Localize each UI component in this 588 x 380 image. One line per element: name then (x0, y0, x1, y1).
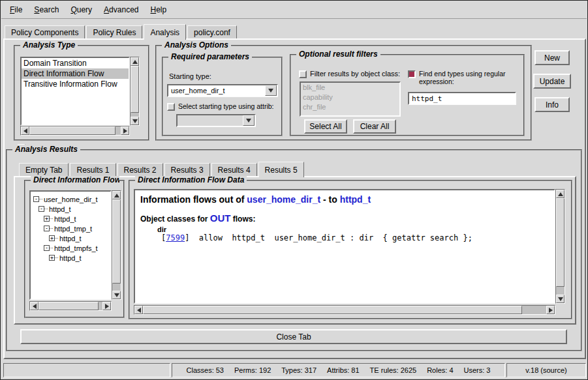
tab-policy-components[interactable]: Policy Components (5, 25, 85, 38)
right-triangle-icon (123, 128, 127, 134)
tree-collapse-icon[interactable]: - (44, 226, 50, 231)
scroll-up-arrow[interactable] (131, 57, 139, 66)
menu-help[interactable]: Help (144, 3, 172, 17)
tab-analysis[interactable]: Analysis (144, 24, 186, 40)
scrollbar-trough[interactable] (556, 198, 565, 295)
select-all-button[interactable]: Select All (304, 119, 347, 134)
horizontal-scrollbar[interactable] (134, 305, 555, 315)
tab-results-1[interactable]: Results 1 (70, 163, 116, 176)
scrollbar-trough[interactable] (143, 306, 546, 314)
heading-source-type: user_home_dir_t (247, 194, 320, 205)
left-triangle-icon (33, 304, 37, 309)
filter-by-class-checkbox[interactable] (299, 70, 307, 78)
tree-expand-icon[interactable]: + (49, 235, 55, 241)
right-triangle-icon (549, 308, 553, 313)
tree-collapse-icon[interactable]: - (44, 245, 50, 251)
tree-node[interactable]: -httpd_tmpfs_t (31, 243, 110, 253)
stat-roles: Roles: 4 (427, 366, 453, 374)
list-item[interactable]: Domain Transition (22, 58, 129, 68)
scrollbar-trough[interactable] (29, 126, 121, 135)
dropdown-arrow-button[interactable] (265, 85, 277, 96)
vertical-scrollbar[interactable] (555, 189, 565, 304)
tab-results-5[interactable]: Results 5 (258, 162, 304, 177)
tree-node[interactable]: +httpd_t (31, 253, 110, 263)
clear-all-button[interactable]: Clear All (353, 119, 396, 134)
regex-input[interactable] (408, 92, 516, 105)
heading-prefix: Information flows out of (140, 194, 244, 205)
scrollbar-thumb[interactable] (29, 126, 116, 135)
vertical-scrollbar[interactable] (130, 57, 140, 126)
tree-collapse-icon[interactable]: - (33, 196, 39, 202)
scroll-right-arrow[interactable] (102, 302, 111, 310)
starting-type-combobox[interactable]: user_home_dir_t (167, 84, 278, 97)
tree-node[interactable]: +httpd_t (31, 214, 110, 224)
flow-tree: -user_home_dir_t -httpd_t +httpd_t -http… (29, 190, 112, 300)
horizontal-scrollbar[interactable] (29, 301, 112, 311)
scrollbar-thumb[interactable] (143, 306, 522, 314)
out-keyword: OUT (210, 212, 231, 224)
info-button[interactable]: Info (534, 97, 570, 112)
tree-expand-icon[interactable]: + (44, 216, 50, 222)
tree-node-label[interactable]: httpd_t (54, 215, 76, 223)
scroll-right-arrow[interactable] (546, 306, 555, 314)
tree-node-label[interactable]: user_home_dir_t (44, 196, 98, 203)
scroll-left-arrow[interactable] (134, 306, 143, 314)
tree-expand-icon[interactable]: + (49, 255, 55, 261)
tree-node-label[interactable]: httpd_t (59, 254, 82, 262)
tree-node-label[interactable]: httpd_tmp_t (54, 225, 92, 233)
menu-query[interactable]: Query (65, 3, 98, 17)
tree-node[interactable]: -httpd_t (31, 204, 110, 214)
scrollbar-trough[interactable] (39, 302, 102, 310)
scroll-up-arrow[interactable] (556, 190, 565, 198)
tree-node[interactable]: +httpd_t (31, 233, 110, 243)
attrib-combobox-value (178, 115, 243, 126)
tree-node-label[interactable]: httpd_tmpfs_t (54, 244, 98, 252)
scrollbar-thumb[interactable] (112, 199, 121, 284)
optional-filters-group: Optional result filters Filter results b… (290, 54, 525, 136)
update-button[interactable]: Update (533, 74, 571, 89)
tree-node-label[interactable]: httpd_t (49, 205, 71, 213)
tree-collapse-icon[interactable]: - (39, 206, 44, 212)
analysis-results-group: Analysis Results Empty Tab Results 1 Res… (6, 149, 582, 351)
analysis-type-listbox: Domain Transition Direct Information Flo… (20, 57, 130, 126)
stat-attribs: Attribs: 81 (327, 366, 360, 374)
scrollbar-thumb[interactable] (556, 198, 565, 287)
scroll-left-arrow[interactable] (30, 302, 39, 310)
close-tab-button[interactable]: Close Tab (20, 329, 567, 344)
tree-node[interactable]: -httpd_tmp_t (31, 224, 110, 233)
statusbar-version-panel: v.18 (source) (506, 363, 586, 377)
scroll-right-arrow[interactable] (121, 126, 129, 135)
scroll-up-arrow[interactable] (112, 191, 121, 199)
tab-policy-conf[interactable]: policy.conf (187, 25, 237, 38)
tab-results-4[interactable]: Results 4 (211, 163, 257, 176)
tree-connector (39, 199, 42, 199)
tab-empty[interactable]: Empty Tab (19, 163, 69, 176)
scroll-down-arrow[interactable] (112, 291, 121, 299)
attrib-checkbox[interactable] (167, 103, 175, 111)
rule-number-link[interactable]: 7599 (166, 233, 185, 242)
regex-checkbox-checked[interactable] (408, 70, 416, 78)
list-item[interactable]: Transitive Information Flow (22, 79, 129, 89)
horizontal-scrollbar[interactable] (20, 126, 130, 136)
tree-connector (50, 218, 53, 219)
menu-file[interactable]: File (4, 3, 28, 17)
tab-policy-rules[interactable]: Policy Rules (86, 25, 142, 38)
scrollbar-thumb[interactable] (131, 66, 139, 113)
required-parameters-group: Required parameters Starting type: user_… (162, 57, 283, 136)
vertical-scrollbar[interactable] (112, 190, 121, 300)
tab-results-3[interactable]: Results 3 (164, 163, 210, 176)
scrollbar-thumb[interactable] (39, 302, 99, 310)
scroll-down-arrow[interactable] (556, 295, 565, 303)
tree-node[interactable]: -user_home_dir_t (31, 194, 110, 204)
new-button[interactable]: New (534, 50, 570, 65)
main-tabbar: Policy Components Policy Rules Analysis … (5, 24, 238, 38)
scroll-down-arrow[interactable] (131, 117, 139, 125)
tab-results-2[interactable]: Results 2 (117, 163, 163, 176)
menu-search[interactable]: Search (28, 3, 65, 17)
scroll-left-arrow[interactable] (21, 126, 29, 135)
menu-advanced[interactable]: Advanced (98, 3, 144, 17)
list-item-selected[interactable]: Direct Information Flow (22, 68, 129, 79)
scrollbar-trough[interactable] (112, 199, 121, 291)
tree-node-label[interactable]: httpd_t (59, 235, 82, 242)
scrollbar-trough[interactable] (131, 66, 139, 117)
